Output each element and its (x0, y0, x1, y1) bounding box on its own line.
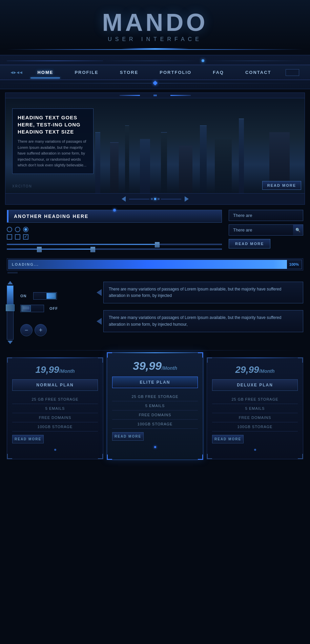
progress-fill (8, 260, 287, 269)
input-field-1[interactable] (229, 210, 303, 221)
deluxe-feature-3: FREE DOMAINS (212, 413, 298, 422)
elite-feature-2: 5 EMAILS (112, 401, 198, 410)
toggle-on-label: ON (20, 294, 30, 298)
deluxe-feature-4: 100GB STORAGE (212, 422, 298, 431)
slider-1-thumb[interactable] (155, 242, 160, 247)
counter-buttons: − + (20, 324, 60, 336)
nav-diamond (152, 81, 157, 85)
hero-image: HEADING TEXT GOES HERE, TEST-ING LONG HE… (5, 98, 305, 193)
search-input-wrapper: 🔍 (229, 224, 303, 239)
pricing-section: 19,99/Month NORMAL PLAN 25 GB FREE STORA… (7, 357, 303, 460)
hero-dot-1[interactable] (151, 198, 153, 200)
corner-br-elite (198, 455, 203, 460)
toggle-on-row: ON (20, 292, 60, 300)
v-slider-track (7, 285, 14, 340)
pricing-card-normal: 19,99/Month NORMAL PLAN 25 GB FREE STORA… (7, 357, 103, 459)
checkbox-2[interactable] (15, 234, 20, 240)
hero-readmore-btn[interactable]: READ MORE (262, 181, 301, 190)
deluxe-bottom-dot (212, 446, 298, 452)
nav-brand: ◀▶◀◀ (11, 71, 23, 74)
hero-top-line-r (170, 95, 191, 96)
deluxe-feature-2: 5 EMAILS (212, 404, 298, 413)
progress-label: LOADING... (12, 262, 39, 266)
checkbox-1[interactable] (7, 234, 12, 240)
slider-2-track (7, 248, 222, 250)
callout-1-arrow-icon (97, 289, 102, 296)
slider-2-thumb-l[interactable] (37, 247, 42, 252)
corner-br-normal (98, 454, 103, 459)
normal-bottom-dot (12, 446, 98, 452)
toggle-off-handle (21, 305, 31, 311)
corner-tl-elite (107, 353, 112, 358)
nav-item-portfolio[interactable]: PORTFOLIO (153, 67, 198, 78)
normal-feature-4: 100GB STORAGE (12, 422, 98, 431)
nav-item-store[interactable]: STORE (113, 67, 145, 78)
v-slider-thumb[interactable] (6, 304, 15, 311)
sub-title: USER INTERFACE (0, 36, 310, 42)
controls-section: ANOTHER HEADING HERE (7, 210, 303, 253)
corner-bl-normal (7, 454, 12, 459)
hero-prev-btn[interactable] (122, 196, 126, 202)
elite-plan-btn[interactable]: ELITE PLAN (112, 377, 198, 388)
nav-line-l (129, 199, 149, 200)
nav-item-contact[interactable]: CONTACT (239, 67, 278, 78)
elite-feature-3: FREE DOMAINS (112, 410, 198, 420)
toggle-on-switch[interactable] (33, 292, 57, 300)
hero-heading: HEADING TEXT GOES HERE, TEST-ING LONG HE… (18, 114, 88, 135)
controls-readmore-btn[interactable]: READ MORE (229, 239, 270, 248)
header: MANDO USER INTERFACE (0, 0, 310, 49)
normal-readmore-btn[interactable]: READ MORE (12, 435, 44, 443)
slider-2-thumb-r[interactable] (90, 247, 95, 252)
normal-plan-btn[interactable]: NORMAL PLAN (12, 379, 98, 391)
radio-2[interactable] (15, 227, 20, 232)
v-slider-down[interactable] (7, 341, 13, 344)
toggles-left: ON (7, 280, 88, 345)
hero-next-btn[interactable] (185, 196, 189, 202)
section-sep (7, 350, 303, 350)
normal-feature-3: FREE DOMAINS (12, 413, 98, 422)
radio-row-1 (7, 227, 28, 232)
radio-1[interactable] (7, 227, 12, 232)
normal-feature-2: 5 EMAILS (12, 404, 98, 413)
deluxe-readmore-btn[interactable]: READ MORE (212, 435, 244, 443)
slider-1-fill (7, 244, 157, 245)
nav-item-profile[interactable]: PROFILE (68, 67, 105, 78)
checkbox-row (7, 234, 28, 240)
toggle-off-row: OFF (20, 305, 60, 312)
nav-end-block (286, 69, 299, 76)
corner-tr-normal (98, 358, 103, 363)
elite-feature-1: 25 GB FREE STORAGE (112, 392, 198, 401)
search-input[interactable] (229, 224, 303, 236)
counter-minus-btn[interactable]: − (20, 324, 33, 336)
elite-price: 39,99/Month (112, 359, 198, 373)
v-slider-up[interactable] (7, 281, 13, 284)
nav-item-faq[interactable]: FAQ (206, 67, 231, 78)
hero-dot-2[interactable] (154, 198, 156, 200)
toggles-section: ON (7, 280, 303, 345)
toggle-on-handle (46, 293, 56, 299)
callout-1: There are many variations of passages of… (103, 282, 303, 303)
toggle-off-switch[interactable] (20, 305, 44, 312)
counter-plus-btn[interactable]: + (35, 324, 47, 336)
elite-bottom-dot (112, 443, 198, 449)
hero-dot-3[interactable] (158, 198, 160, 200)
deluxe-feature-1: 25 GB FREE STORAGE (212, 395, 298, 404)
pricing-card-elite: 39,99/Month ELITE PLAN 25 GB FREE STORAG… (107, 352, 203, 460)
nav-top-bar (0, 58, 310, 63)
elite-readmore-btn[interactable]: READ MORE (112, 432, 144, 441)
elite-feature-4: 100GB STORAGE (112, 420, 198, 429)
hero-bottom-nav (5, 193, 305, 204)
slider-2-fill (7, 249, 93, 249)
nav-item-home[interactable]: HOME (30, 67, 60, 78)
hero-text-box: HEADING TEXT GOES HERE, TEST-ING LONG HE… (12, 108, 94, 174)
checkbox-3[interactable] (23, 234, 28, 240)
header-glow-line (7, 49, 303, 50)
v-slider-fill (7, 286, 13, 307)
slider-1-track (7, 244, 222, 245)
search-button[interactable]: 🔍 (293, 224, 303, 236)
deluxe-plan-btn[interactable]: DELUXE PLAN (212, 379, 298, 391)
callouts-right: There are many variations of passages of… (95, 280, 303, 345)
normal-price: 19,99/Month (12, 364, 98, 375)
vertical-slider (7, 280, 14, 345)
radio-3[interactable] (23, 227, 28, 232)
